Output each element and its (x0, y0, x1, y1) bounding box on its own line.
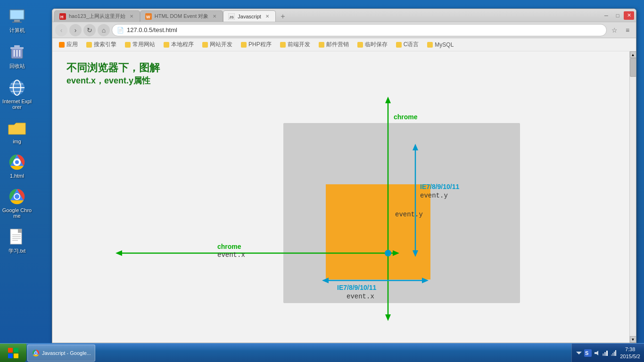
tab3-label: Javascript (238, 14, 261, 19)
scrollbar-down-button[interactable]: ▼ (630, 336, 636, 343)
bookmark-frontend-icon (280, 42, 286, 48)
desktop-icon-img[interactable]: img (0, 116, 34, 146)
tab-htmldom[interactable]: W HTML DOM Event 对象 ✕ (140, 10, 223, 22)
bookmark-temp[interactable]: 临时保存 (354, 40, 391, 50)
close-button[interactable]: ✕ (624, 11, 634, 20)
svg-rect-57 (8, 348, 13, 353)
scrollbar-up-button[interactable]: ▲ (630, 51, 636, 58)
page-title-line1: 不同浏览器下，图解 (66, 61, 615, 75)
page-title-block: 不同浏览器下，图解 event.x，event.y属性 (66, 61, 615, 86)
minimize-button[interactable]: ─ (601, 11, 611, 20)
bookmark-php[interactable]: PHP程序 (237, 40, 275, 50)
desktop-icon-ie[interactable]: Internet Explorer (0, 76, 34, 112)
svg-text:S: S (585, 350, 588, 356)
tab2-favicon-icon: W (145, 13, 152, 20)
svg-marker-67 (594, 351, 598, 355)
svg-rect-71 (611, 354, 612, 356)
page-icon: 📄 (117, 27, 124, 33)
bookmark-webdev[interactable]: 网站开发 (198, 40, 236, 50)
svg-rect-58 (14, 348, 18, 353)
computer-label: 计算机 (9, 27, 25, 34)
maximize-button[interactable]: □ (612, 11, 623, 20)
tab2-close[interactable]: ✕ (211, 13, 218, 20)
bookmark-search[interactable]: 搜索引擎 (83, 40, 120, 50)
new-tab-button[interactable]: + (278, 11, 288, 22)
svg-marker-37 (385, 97, 391, 103)
scrollbar-thumb[interactable] (630, 58, 636, 77)
svg-rect-74 (615, 350, 616, 356)
desktop-icon-recycle[interactable]: 回收站 (0, 41, 34, 72)
volume-icon[interactable] (594, 350, 600, 356)
taskbar-chrome-icon (32, 349, 40, 357)
network-icon[interactable] (602, 350, 609, 356)
svg-rect-6 (14, 45, 20, 47)
svg-point-63 (35, 352, 37, 354)
windows-logo-icon (8, 347, 19, 359)
svg-text:event.y: event.y (395, 211, 423, 218)
bookmark-common-label: 常用网站 (132, 41, 155, 49)
chrome1-label: 1.html (10, 173, 24, 179)
svg-text:IE7/8/9/10/11: IE7/8/9/10/11 (337, 284, 377, 291)
desktop-icons: 计算机 回收站 Internet Explorer (0, 0, 38, 261)
taskbar-right: S (571, 344, 644, 362)
menu-button[interactable]: ≡ (622, 25, 633, 36)
taskbar: Javascript - Google... S (0, 343, 644, 362)
svg-marker-46 (322, 278, 329, 283)
svg-text:JS: JS (229, 15, 234, 19)
bookmark-email-icon (319, 42, 324, 48)
ime-icon[interactable]: S (584, 349, 592, 357)
desktop-icon-computer[interactable]: 计算机 (0, 5, 34, 36)
svg-text:chrome: chrome (217, 243, 241, 250)
tab1-close[interactable]: ✕ (128, 13, 135, 20)
page-content: 不同浏览器下，图解 event.x，event.y属性 (52, 51, 629, 343)
page-title-line2: event.x，event.y属性 (66, 75, 615, 86)
svg-rect-2 (14, 20, 20, 22)
desktop-icon-chrome2[interactable]: Google Chrome (0, 185, 34, 221)
tab3-close[interactable]: ✕ (264, 13, 271, 20)
window-controls: ─ □ ✕ (601, 11, 634, 20)
start-button[interactable] (0, 344, 26, 362)
bookmark-frontend[interactable]: 前端开发 (276, 40, 314, 50)
diagram-container: chrome chrome event.x event.y IE7/8/9/10… (115, 96, 567, 327)
desktop-icon-txt[interactable]: 学习.txt (0, 225, 34, 256)
home-button[interactable]: ⌂ (98, 24, 110, 36)
bookmark-email[interactable]: 邮件营销 (315, 40, 353, 50)
taskbar-clock: 7:38 (620, 346, 640, 353)
reload-button[interactable]: ↻ (83, 24, 96, 36)
svg-rect-23 (18, 229, 22, 233)
svg-text:IE7/8/9/10/11: IE7/8/9/10/11 (420, 183, 460, 190)
svg-rect-1 (10, 10, 24, 19)
bookmark-common[interactable]: 常用网站 (121, 40, 159, 50)
taskbar-chrome-button[interactable]: Javascript - Google... (27, 345, 95, 362)
bookmark-local-icon (164, 42, 169, 48)
ie-label: Internet Explorer (2, 99, 32, 110)
bookmark-mysql-icon (427, 42, 433, 48)
nav-right-icons: ☆ ≡ (609, 25, 633, 36)
desktop-icon-chrome1[interactable]: 1.html (0, 151, 34, 181)
tab-hao123[interactable]: H hao123_上网从这里开始 ✕ (54, 10, 140, 22)
txt-label: 学习.txt (8, 247, 26, 255)
bookmark-c[interactable]: C语言 (392, 40, 423, 50)
svg-text:chrome: chrome (394, 113, 418, 121)
forward-button[interactable]: › (69, 24, 82, 36)
tab-javascript[interactable]: JS Javascript ✕ (223, 10, 276, 22)
bookmark-frontend-label: 前端开发 (288, 41, 310, 49)
bookmark-apps[interactable]: 应用 (55, 40, 82, 50)
bookmark-mysql[interactable]: MySQL (423, 40, 457, 50)
svg-text:H: H (60, 15, 64, 19)
tab3-favicon-icon: JS (228, 13, 235, 20)
bookmark-local[interactable]: 本地程序 (160, 40, 198, 50)
recycle-label: 回收站 (9, 63, 25, 70)
bookmark-email-label: 邮件营销 (326, 41, 349, 49)
back-button[interactable]: ‹ (55, 24, 67, 36)
bookmark-apps-label: 应用 (66, 41, 78, 49)
svg-rect-72 (612, 353, 613, 356)
svg-marker-43 (413, 144, 418, 150)
signal-icon (611, 350, 617, 356)
svg-marker-38 (385, 314, 391, 321)
chrome2-label: Google Chrome (2, 207, 32, 219)
address-bar[interactable]: 📄 127.0.0.5/test.html (112, 24, 607, 36)
scrollbar-track[interactable] (630, 58, 636, 336)
taskbar-date: 2015/5/2 (620, 353, 640, 360)
bookmark-star-button[interactable]: ☆ (609, 25, 620, 36)
